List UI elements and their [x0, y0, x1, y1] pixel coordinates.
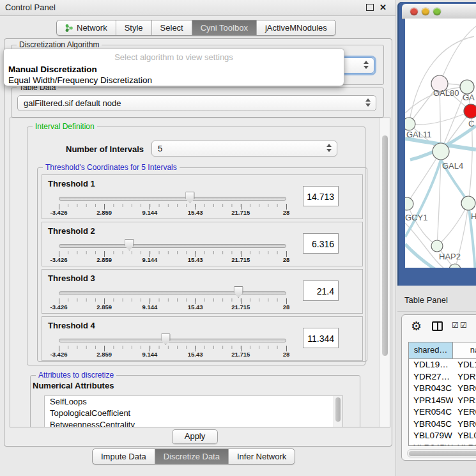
columns-icon[interactable] — [432, 321, 443, 331]
close-traffic-light-icon[interactable] — [410, 8, 418, 15]
checkbox-checked-icon[interactable]: ☑ — [452, 321, 459, 330]
table-container: ⚙ ☑ ☑ shared… na YDL19…YDL1YDR27…YDR2YBR… — [401, 314, 476, 461]
tab-network[interactable]: Network — [57, 20, 116, 35]
threshold-value-field[interactable]: 14.713 — [303, 186, 339, 206]
table-row[interactable]: YBR045CYBR0 — [409, 418, 476, 431]
tick-label: 21.715 — [231, 303, 250, 311]
slider-thumb-icon[interactable] — [125, 239, 134, 250]
group-title: Discretization Algorithm — [17, 40, 102, 49]
network-canvas[interactable]: GAL80 GA C GAL11 GAL4 GCY1 H HAP2 — [405, 19, 476, 268]
attributes-list-items: SelfLoopsTopologicalCoefficientBetweenne… — [45, 396, 342, 427]
slider-track[interactable] — [59, 197, 286, 201]
numerical-attributes-list[interactable]: SelfLoopsTopologicalCoefficientBetweenne… — [44, 395, 343, 427]
table-cell: YBR0 — [453, 418, 476, 431]
threshold-label: Threshold 3 — [48, 273, 95, 283]
table-cell: YDR2 — [453, 371, 476, 383]
tab-label: Network — [77, 23, 107, 33]
scrollbar-thumb[interactable] — [409, 451, 476, 456]
slider-thumb-icon[interactable] — [234, 286, 243, 298]
dropdown-item-manual-discretization[interactable]: Manual Discretization — [4, 64, 344, 75]
slider-track[interactable] — [59, 339, 286, 342]
slider-track[interactable] — [59, 291, 286, 295]
node-table[interactable]: shared… na YDL19…YDL1YDR27…YDR2YBR043CYB… — [408, 342, 476, 446]
table-row[interactable]: YDL19…YDL1 — [409, 359, 476, 371]
table-row[interactable]: YDR27…YDR2 — [409, 371, 476, 383]
tab-discretize-data[interactable]: Discretize Data — [155, 449, 229, 464]
divider — [397, 311, 476, 312]
minimize-traffic-light-icon[interactable] — [422, 8, 429, 15]
number-of-intervals-combobox[interactable]: 5 — [151, 141, 337, 157]
table-data-group: Table Data galFiltered.sif default node — [11, 88, 384, 118]
scrollbar-thumb[interactable] — [382, 135, 388, 356]
settings-scrollpane: Interval Definition Number of Intervals … — [10, 118, 390, 427]
table-row[interactable]: YER054CYER0 — [409, 406, 476, 418]
interval-definition-group: Interval Definition Number of Intervals … — [27, 127, 365, 365]
threshold-label: Threshold 1 — [48, 179, 95, 188]
slider-thumb-icon[interactable] — [161, 334, 171, 345]
tab-style[interactable]: Style — [116, 20, 152, 35]
tab-jactivemnodules[interactable]: jActiveMNodules — [257, 20, 335, 35]
threshold-slider[interactable] — [59, 243, 286, 249]
tick-label: 2.859 — [96, 209, 112, 216]
combo-arrows-icon — [326, 144, 332, 154]
table-row[interactable]: YBL079WYBL0 — [409, 430, 476, 442]
table-data-combobox[interactable]: galFiltered.sif default node — [17, 95, 376, 111]
table-cell: YLR3 — [453, 442, 476, 447]
attributes-list-scrollbar[interactable] — [334, 396, 342, 427]
slider-track[interactable] — [59, 244, 286, 248]
tab-label: Infer Network — [237, 452, 286, 461]
threshold-slider[interactable] — [59, 196, 286, 201]
float-window-icon[interactable] — [366, 4, 374, 11]
table-horizontal-scrollbar[interactable] — [407, 449, 476, 457]
settings-vertical-scrollbar[interactable] — [380, 118, 390, 427]
node-hap2[interactable] — [431, 240, 443, 252]
tick-label: -3.426 — [50, 303, 68, 311]
node-label: HAP2 — [439, 252, 461, 261]
table-panel-title: Table Panel — [404, 295, 448, 305]
close-icon[interactable]: ✕ — [380, 3, 387, 12]
node-gal4[interactable] — [433, 143, 449, 160]
node-label: GAL11 — [406, 130, 432, 139]
tab-select[interactable]: Select — [152, 20, 192, 35]
tab-infer-network[interactable]: Infer Network — [229, 449, 295, 464]
table-row[interactable]: YPR145WYPR1 — [409, 395, 476, 407]
apply-button[interactable]: Apply — [172, 429, 218, 444]
tick-label: 9.144 — [142, 209, 158, 216]
tab-label: Style — [125, 23, 143, 33]
table-row[interactable]: YLR345WYLR3 — [409, 442, 476, 447]
node-right-top[interactable] — [460, 80, 474, 94]
tick-label: 9.144 — [142, 256, 158, 263]
gear-icon[interactable]: ⚙ — [411, 319, 422, 334]
node-gal11[interactable] — [405, 118, 415, 130]
attribute-list-item[interactable]: TopologicalCoefficient — [45, 408, 342, 419]
node-red[interactable] — [464, 104, 476, 118]
threshold-slider[interactable] — [59, 338, 286, 343]
node-gcy1[interactable] — [405, 197, 413, 210]
tick-label: 21.715 — [231, 256, 250, 263]
threshold-value-field[interactable]: 6.316 — [303, 233, 339, 254]
attribute-list-item[interactable]: BetweennessCentrality — [45, 419, 342, 427]
tab-impute-data[interactable]: Impute Data — [93, 449, 155, 464]
slider-thumb-icon[interactable] — [185, 192, 195, 203]
threshold-slider[interactable] — [59, 291, 286, 296]
dropdown-placeholder-item[interactable]: Select algorithm to view settings — [4, 52, 344, 64]
table-row[interactable]: YBR043CYBR0 — [409, 383, 476, 395]
node-label: H — [471, 211, 476, 221]
column-header-shared-name[interactable]: shared… — [409, 342, 453, 358]
group-title: Attributes to discretize — [36, 371, 116, 380]
tab-cyni-toolbox[interactable]: Cyni Toolbox — [192, 20, 257, 35]
tick-label: 28 — [283, 303, 290, 311]
attributes-group: Attributes to discretize Numerical Attri… — [30, 375, 360, 427]
network-window-titlebar — [402, 4, 476, 19]
threshold-value-field[interactable]: 11.344 — [303, 328, 339, 348]
attribute-list-item[interactable]: SelfLoops — [45, 396, 342, 408]
zoom-traffic-light-icon[interactable] — [433, 8, 441, 15]
scrollbar-thumb[interactable] — [335, 397, 341, 422]
tick-label: 2.859 — [96, 351, 112, 358]
checkbox-checked-icon[interactable]: ☑ — [460, 321, 467, 330]
threshold-value-field[interactable]: 21.4 — [303, 280, 339, 301]
column-header-name[interactable]: na — [453, 342, 476, 358]
table-cell: YLR345W — [409, 442, 453, 447]
node-right-mid[interactable] — [461, 196, 475, 210]
dropdown-item-equal-width-frequency[interactable]: Equal Width/Frequency Discretization — [4, 75, 344, 86]
